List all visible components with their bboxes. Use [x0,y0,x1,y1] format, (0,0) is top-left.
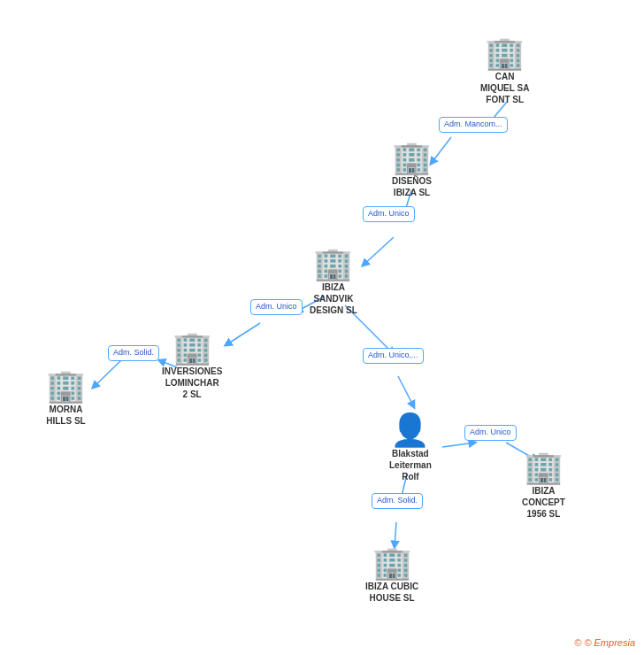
diagram-canvas: 🏢 CAN MIQUEL SA FONT SL Adm. Mancom... 🏢… [0,0,644,655]
building-icon-cubic: 🏢 [372,547,412,579]
building-icon-concept: 🏢 [524,451,564,483]
badge-adm-unico-mult[interactable]: Adm. Unico,... [363,348,424,364]
building-icon-can-miquel: 🏢 [485,37,525,69]
svg-line-3 [363,237,394,266]
badge-adm-solid-inv[interactable]: Adm. Solid. [108,345,159,361]
svg-line-1 [431,137,451,164]
node-ibiza-sandvik[interactable]: 🏢 IBIZA SANDVIK DESIGN SL [310,248,357,316]
building-icon-sandvik: 🏢 [313,248,353,280]
svg-line-13 [395,522,396,547]
badge-adm-unico-disenos[interactable]: Adm. Unico [363,206,415,222]
svg-line-7 [93,360,121,388]
svg-line-9 [398,376,414,407]
label-cubic: IBIZA CUBIC HOUSE SL [365,581,418,604]
label-blakstad: Blakstad Leiterman Rolf [389,448,432,482]
node-disenos-ibiza[interactable]: 🏢 DISEÑOS IBIZA SL [392,142,432,198]
building-icon-morna: 🏢 [46,370,86,402]
badge-adm-unico-sandvik[interactable]: Adm. Unico [250,299,303,315]
label-inversiones: INVERSIONES LOMINCHAR 2 SL [162,366,222,400]
badge-adm-mancom[interactable]: Adm. Mancom... [439,117,508,133]
label-concept: IBIZA CONCEPT 1956 SL [522,485,565,520]
badge-adm-unico-concept[interactable]: Adm. Unico [464,425,517,441]
label-sandvik: IBIZA SANDVIK DESIGN SL [310,281,357,316]
node-ibiza-concept[interactable]: 🏢 IBIZA CONCEPT 1956 SL [522,451,565,520]
node-morna-hills[interactable]: 🏢 MORNA HILLS SL [46,370,86,427]
person-icon-blakstad: 👤 [390,414,430,446]
label-morna: MORNA HILLS SL [46,404,85,427]
node-can-miquel[interactable]: 🏢 CAN MIQUEL SA FONT SL [480,37,529,105]
building-icon-disenos: 🏢 [392,142,432,173]
svg-line-5 [226,323,260,345]
svg-line-10 [442,443,475,447]
node-blakstad[interactable]: 👤 Blakstad Leiterman Rolf [389,414,432,482]
node-inversiones[interactable]: 🏢 INVERSIONES LOMINCHAR 2 SL [162,332,222,400]
label-disenos: DISEÑOS IBIZA SL [392,175,432,198]
watermark: © © Empresia [574,637,635,648]
building-icon-inversiones: 🏢 [172,332,212,364]
badge-adm-solid-cubic[interactable]: Adm. Solid. [372,493,423,509]
node-ibiza-cubic[interactable]: 🏢 IBIZA CUBIC HOUSE SL [365,547,418,604]
label-can-miquel: CAN MIQUEL SA FONT SL [480,71,529,105]
connection-lines [0,0,644,655]
